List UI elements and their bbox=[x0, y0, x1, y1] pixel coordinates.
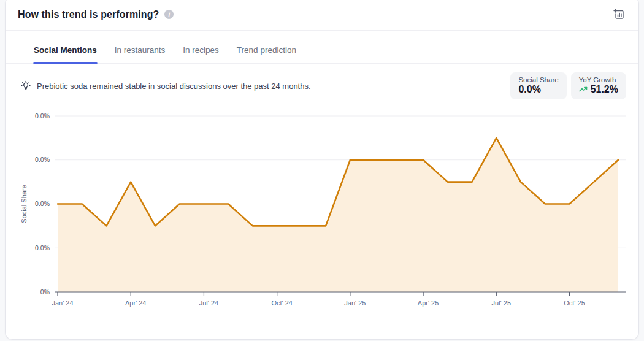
svg-text:Oct' 25: Oct' 25 bbox=[564, 299, 585, 307]
info-icon[interactable]: i bbox=[164, 10, 174, 19]
page-title: How this trend is performing? bbox=[18, 9, 159, 20]
tab-bar: Social Mentions In restaurants In recipe… bbox=[6, 36, 638, 64]
card-header: How this trend is performing? i bbox=[6, 0, 638, 31]
svg-text:Social Share: Social Share bbox=[20, 185, 28, 223]
svg-text:Jul' 24: Jul' 24 bbox=[199, 299, 218, 307]
stat-value: 51.2% bbox=[591, 84, 618, 95]
lightbulb-icon bbox=[20, 80, 31, 91]
social-mentions-chart: 0%0.0%0.0%0.0%0.0%Jan' 24Apr' 24Jul' 24O… bbox=[6, 102, 638, 323]
insight-text: Prebiotic soda remained stable in social… bbox=[37, 82, 311, 91]
tab-trend-prediction[interactable]: Trend prediction bbox=[236, 36, 297, 63]
svg-text:Apr' 24: Apr' 24 bbox=[125, 299, 147, 307]
social-share-badge: Social Share 0.0% bbox=[510, 72, 566, 99]
svg-text:0.0%: 0.0% bbox=[35, 244, 50, 251]
insight-row: Prebiotic soda remained stable in social… bbox=[6, 64, 638, 99]
stat-badges: Social Share 0.0% YoY Growth 51.2% bbox=[510, 72, 626, 99]
stat-label: YoY Growth bbox=[579, 76, 618, 83]
stat-label: Social Share bbox=[518, 76, 558, 83]
svg-text:0.0%: 0.0% bbox=[35, 156, 50, 163]
svg-text:Jul' 25: Jul' 25 bbox=[492, 299, 511, 307]
svg-text:Oct' 24: Oct' 24 bbox=[271, 299, 293, 307]
svg-text:Apr' 25: Apr' 25 bbox=[418, 299, 439, 307]
tab-in-restaurants[interactable]: In restaurants bbox=[114, 36, 166, 63]
trend-performance-card: How this trend is performing? i Social M… bbox=[5, 0, 639, 340]
yoy-growth-badge: YoY Growth 51.2% bbox=[571, 72, 626, 99]
tab-social-mentions[interactable]: Social Mentions bbox=[33, 36, 98, 63]
stat-value: 0.0% bbox=[518, 84, 558, 95]
add-chart-icon[interactable] bbox=[612, 7, 626, 21]
svg-text:0.0%: 0.0% bbox=[35, 112, 50, 120]
svg-text:0%: 0% bbox=[40, 288, 50, 296]
tab-in-recipes[interactable]: In recipes bbox=[182, 36, 220, 63]
svg-text:Jan' 25: Jan' 25 bbox=[344, 299, 366, 307]
svg-text:0.0%: 0.0% bbox=[35, 200, 50, 207]
svg-text:Jan' 24: Jan' 24 bbox=[52, 299, 73, 307]
trending-up-icon bbox=[579, 86, 588, 93]
area-chart: 0%0.0%0.0%0.0%0.0%Jan' 24Apr' 24Jul' 24O… bbox=[6, 102, 638, 320]
